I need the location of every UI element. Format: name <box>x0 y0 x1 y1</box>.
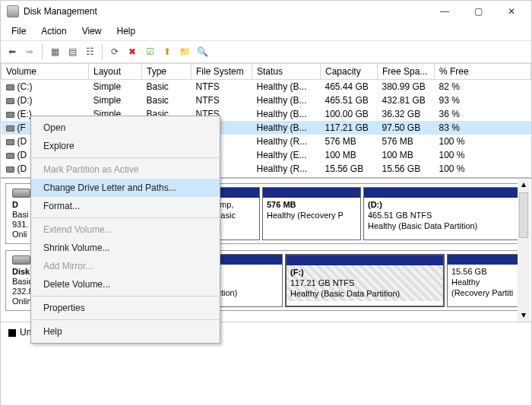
app-icon <box>7 5 19 17</box>
disk-icon <box>12 189 30 198</box>
toolbar-icon-3[interactable]: ☷ <box>81 43 98 60</box>
scrollbar[interactable]: ▴ ▾ <box>518 179 530 322</box>
menu-item[interactable]: Shrink Volume... <box>31 239 220 257</box>
partition[interactable]: 576 MBHealthy (Recovery P <box>262 187 361 240</box>
volume-row[interactable]: (C:)SimpleBasicNTFSHealthy (B...465.44 G… <box>2 80 531 94</box>
drive-icon <box>6 125 14 132</box>
forward-button[interactable]: ➡ <box>21 43 38 60</box>
toolbar-icon-1[interactable]: ▦ <box>46 43 63 60</box>
back-button[interactable]: ⬅ <box>4 43 21 60</box>
delete-icon[interactable]: ✖ <box>124 43 141 60</box>
col-freespace[interactable]: Free Spa... <box>378 64 435 80</box>
search-icon[interactable]: 🔍 <box>194 43 211 60</box>
menu-file[interactable]: File <box>8 24 29 38</box>
volume-row[interactable]: (D:)SimpleBasicNTFSHealthy (B...465.51 G… <box>2 94 531 107</box>
partition[interactable]: (D:)465.51 GB NTFSHealthy (Basic Data Pa… <box>363 187 523 240</box>
folder-icon[interactable]: 📁 <box>176 43 193 60</box>
column-headers: Volume Layout Type File System Status Ca… <box>2 64 531 80</box>
close-button[interactable]: ✕ <box>495 1 528 22</box>
drive-icon <box>6 112 14 118</box>
menu-action[interactable]: Action <box>38 24 69 38</box>
drive-icon <box>6 167 14 173</box>
menu-item: Mark Partition as Active <box>31 160 220 179</box>
eject-icon[interactable]: ⬆ <box>159 43 176 60</box>
context-menu: OpenExploreMark Partition as ActiveChang… <box>30 116 220 344</box>
col-volume[interactable]: Volume <box>2 64 89 80</box>
menu-help[interactable]: Help <box>114 24 139 38</box>
drive-icon <box>6 139 14 145</box>
disk-icon <box>12 255 30 265</box>
partition[interactable]: 15.56 GBHealthy (Recovery Partiti <box>447 254 523 307</box>
menu-item[interactable]: Open <box>31 119 220 137</box>
drive-icon <box>6 98 14 104</box>
col-pctfree[interactable]: % Free <box>435 64 531 80</box>
drive-icon <box>6 153 14 159</box>
maximize-button[interactable]: ▢ <box>461 1 495 22</box>
col-type[interactable]: Type <box>142 64 192 80</box>
window-title: Disk Management <box>24 6 428 17</box>
refresh-icon[interactable]: ⟳ <box>106 43 123 60</box>
check-icon[interactable]: ☑ <box>141 43 158 60</box>
col-filesystem[interactable]: File System <box>192 64 252 80</box>
partition[interactable]: (F:)117.21 GB NTFSHealthy (Basic Data Pa… <box>285 254 445 307</box>
menu-item[interactable]: Format... <box>31 197 220 215</box>
col-status[interactable]: Status <box>252 64 321 80</box>
titlebar: Disk Management — ▢ ✕ <box>1 1 531 22</box>
minimize-button[interactable]: — <box>428 1 461 22</box>
menu-view[interactable]: View <box>79 24 105 38</box>
col-capacity[interactable]: Capacity <box>321 64 378 80</box>
menubar: File Action View Help <box>1 22 531 40</box>
menu-item[interactable]: Help <box>31 322 220 341</box>
toolbar-icon-2[interactable]: ▤ <box>64 43 81 60</box>
drive-icon <box>6 84 14 90</box>
col-layout[interactable]: Layout <box>89 64 142 80</box>
menu-item: Extend Volume... <box>31 220 220 239</box>
menu-item: Add Mirror... <box>31 257 220 275</box>
menu-item[interactable]: Properties <box>31 299 220 317</box>
toolbar: ⬅ ➡ ▦ ▤ ☷ ⟳ ✖ ☑ ⬆ 📁 🔍 <box>1 40 531 63</box>
menu-item[interactable]: Change Drive Letter and Paths... <box>31 179 220 197</box>
menu-item[interactable]: Explore <box>31 137 220 155</box>
menu-item[interactable]: Delete Volume... <box>31 275 220 293</box>
